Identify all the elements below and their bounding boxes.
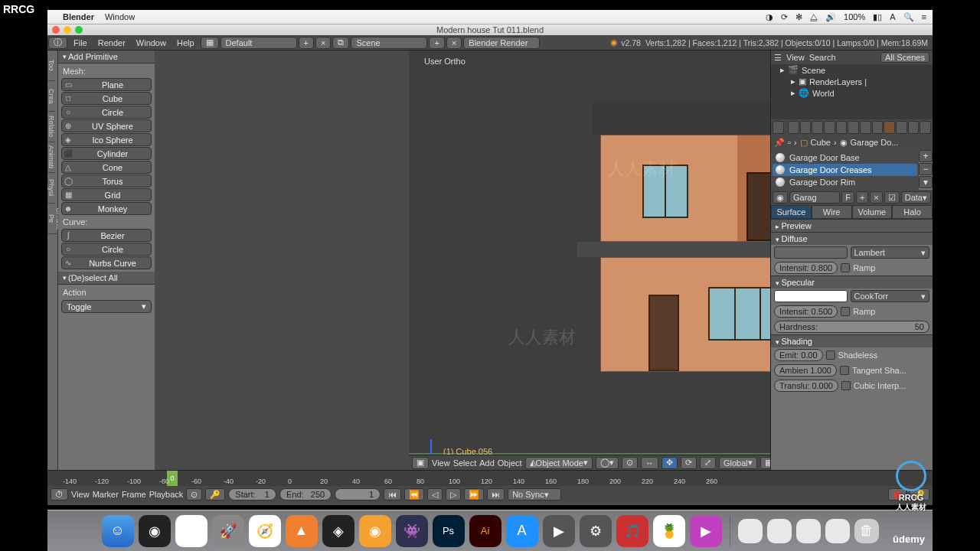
context-texture-icon[interactable]	[896, 121, 907, 134]
zoom-icon[interactable]	[75, 26, 83, 34]
tab-create[interactable]: Crea	[47, 81, 55, 112]
keyframe-prev-icon[interactable]: ⏪	[404, 488, 424, 500]
primitive-nurbs-curve[interactable]: ∿Nurbs Curve	[61, 256, 152, 269]
tl-marker-menu[interactable]: Marker	[93, 490, 119, 499]
primitive-cube[interactable]: □Cube	[61, 92, 152, 105]
app-icon[interactable]: 🍍	[653, 515, 685, 547]
outliner-item[interactable]: ▸ ▣ RenderLayers |	[771, 76, 933, 87]
menu-icon[interactable]: ≡	[922, 12, 926, 21]
material-slots[interactable]: Garage Door BaseGarage Door CreasesGarag…	[771, 150, 919, 190]
vlc-icon[interactable]: ▲	[286, 515, 318, 547]
context-particles-icon[interactable]	[908, 121, 920, 134]
dock-folder[interactable]	[738, 519, 763, 543]
unlink-material-button[interactable]: ×	[870, 191, 882, 204]
tl-frame-menu[interactable]: Frame	[122, 490, 146, 499]
spotlight-icon[interactable]: 🔍	[903, 12, 914, 22]
jump-start-icon[interactable]: ⏮	[384, 488, 401, 500]
autokey-icon[interactable]: 🔑	[205, 488, 225, 500]
preview-header[interactable]: Preview	[771, 219, 933, 232]
range-icon[interactable]: ⊙	[186, 488, 202, 500]
material-type-tabs[interactable]: Surface Wire Volume Halo	[771, 205, 933, 219]
finder-icon[interactable]: ☺	[102, 515, 134, 547]
tab-halo[interactable]: Halo	[892, 205, 933, 219]
pivot-icon[interactable]: ⊙	[622, 457, 638, 469]
breadcrumb-object[interactable]: Cube	[811, 138, 831, 147]
layout-del[interactable]: ×	[315, 37, 331, 49]
specular-shader-dropdown[interactable]: CookTorr▾	[851, 290, 930, 302]
tab-wire[interactable]: Wire	[812, 205, 852, 219]
render-menu[interactable]: Render	[93, 37, 130, 49]
link-dropdown[interactable]: Data▾	[901, 191, 931, 204]
new-material-button[interactable]: +	[856, 191, 868, 204]
mode-dropdown[interactable]: ◭ Object Mode ▾	[525, 457, 593, 469]
app-icon[interactable]: ▶	[690, 515, 722, 547]
material-browse-icon[interactable]: ◉	[773, 191, 788, 204]
slot-remove-button[interactable]: −	[919, 163, 933, 175]
object-menu[interactable]: Object	[498, 458, 522, 468]
context-data-icon[interactable]	[872, 121, 884, 134]
close-icon[interactable]	[52, 26, 60, 34]
layers-button[interactable]: ▦▦	[760, 457, 770, 469]
material-slot[interactable]: Garage Door Creases	[773, 164, 917, 176]
fake-user-button[interactable]: F	[841, 191, 854, 204]
window-menu[interactable]: Window	[105, 12, 135, 21]
scene-dropdown[interactable]: Scene	[351, 37, 427, 49]
layout-add[interactable]: +	[299, 37, 314, 49]
context-modifiers-icon[interactable]	[860, 121, 871, 134]
primitive-grid[interactable]: ▦Grid	[61, 188, 152, 201]
illustrator-icon[interactable]: Ai	[469, 515, 501, 547]
photoshop-icon[interactable]: Ps	[433, 515, 465, 547]
layout-dropdown[interactable]: Default	[220, 37, 297, 49]
scale-icon[interactable]: ⤢	[700, 457, 716, 469]
primitive-plane[interactable]: ▭Plane	[61, 78, 152, 91]
outliner-search-menu[interactable]: Search	[809, 53, 836, 62]
toolshelf-tabs[interactable]: Too Crea Relatio Animati Physi Grease Pe	[47, 51, 58, 470]
nodes-button[interactable]: ☑	[884, 191, 900, 204]
diffuse-color[interactable]	[774, 246, 848, 259]
launchpad-icon[interactable]: 🚀	[212, 515, 244, 547]
material-name-field[interactable]: Garag	[789, 191, 840, 204]
macos-dock[interactable]: ☺ ◉ ◉ 🚀 🧭 ▲ ◈ ◉ 👾 Ps Ai A ▶ ⚙ 🎵 🍍 ▶ 🗑	[47, 510, 933, 551]
outliner-filter[interactable]: All Scenes	[880, 52, 929, 63]
tab-animation[interactable]: Animati	[47, 142, 55, 173]
3d-viewport[interactable]: User Ortho (1) Cube.056 人人素材	[409, 51, 770, 470]
primitive-ico-sphere[interactable]: ◈Ico Sphere	[61, 133, 152, 146]
primitive-torus[interactable]: ◯Torus	[61, 174, 152, 187]
material-slot[interactable]: Garage Door Base	[773, 152, 917, 164]
tangent-checkbox[interactable]	[840, 366, 849, 375]
rotate-icon[interactable]: ⟳	[681, 457, 697, 469]
timeline-editor[interactable]: 0 -140-120-100-80-60-40-2002040608010012…	[47, 470, 933, 505]
editor-type-icon[interactable]	[773, 121, 784, 134]
orientation-dropdown[interactable]: Global ▾	[719, 457, 757, 469]
outliner-item[interactable]: ▸ 🎬 Scene	[771, 64, 933, 76]
current-frame[interactable]: 1	[335, 488, 381, 500]
diffuse-shader-dropdown[interactable]: Lambert▾	[851, 246, 930, 259]
shading-dropdown[interactable]: ◯▾	[596, 457, 619, 469]
traffic-lights[interactable]	[52, 26, 83, 34]
editor-type-icon[interactable]: ☰	[774, 53, 782, 63]
context-physics-icon[interactable]	[920, 121, 931, 134]
editor-type-icon[interactable]: ⏱	[51, 488, 68, 500]
appstore-icon[interactable]: A	[506, 515, 538, 547]
context-constraints-icon[interactable]	[848, 121, 859, 134]
translate-icon[interactable]: ✥	[662, 457, 678, 469]
hardness-slider[interactable]: Hardness:50	[774, 321, 929, 333]
dock-folder[interactable]	[796, 519, 821, 543]
cubic-checkbox[interactable]	[841, 381, 851, 390]
scene-browse[interactable]: ⧉	[332, 37, 349, 49]
deselect-all-header[interactable]: (De)select All	[58, 272, 155, 285]
sync-dropdown[interactable]: No Sync ▾	[508, 488, 561, 500]
tl-playback-menu[interactable]: Playback	[149, 490, 184, 499]
play-reverse-icon[interactable]: ◁	[427, 488, 443, 500]
chrome-icon[interactable]: ◉	[175, 515, 207, 547]
blender-icon[interactable]: ◉	[359, 515, 391, 547]
timeline-ruler[interactable]: 0 -140-120-100-80-60-40-2002040608010012…	[47, 471, 933, 486]
emit-field[interactable]: Emit: 0.00	[774, 349, 823, 361]
scene-add[interactable]: +	[429, 37, 444, 49]
shadeless-checkbox[interactable]	[826, 350, 835, 360]
specular-color[interactable]	[774, 290, 848, 302]
editor-type-icon[interactable]: ⓘ	[48, 37, 67, 49]
back-to-previous[interactable]: ▦	[201, 37, 219, 49]
app-menu[interactable]: Blender	[63, 12, 94, 21]
select-menu[interactable]: Select	[453, 458, 477, 468]
